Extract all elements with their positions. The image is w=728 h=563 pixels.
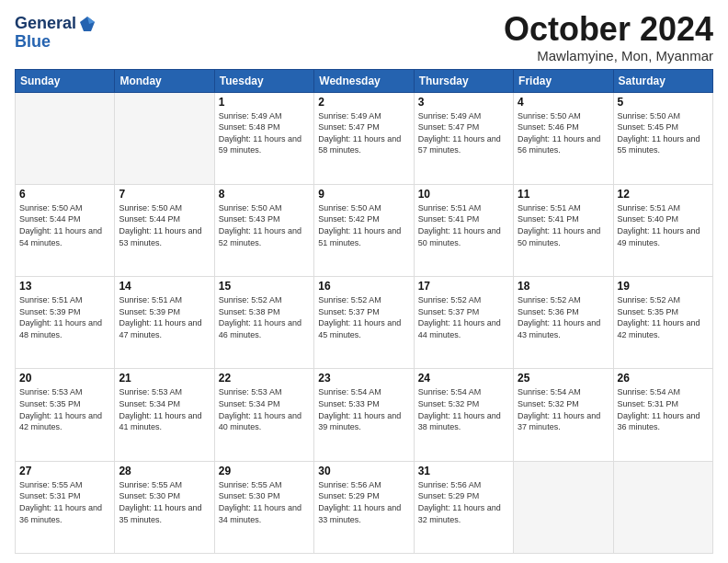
calendar-day-cell: 11Sunrise: 5:51 AMSunset: 5:41 PMDayligh…	[514, 184, 613, 276]
calendar-day-cell: 15Sunrise: 5:52 AMSunset: 5:38 PMDayligh…	[214, 277, 313, 369]
calendar-day-cell: 8Sunrise: 5:50 AMSunset: 5:43 PMDaylight…	[214, 184, 313, 276]
calendar-week-row: 27Sunrise: 5:55 AMSunset: 5:31 PMDayligh…	[16, 461, 713, 553]
day-number: 6	[19, 188, 110, 201]
day-number: 25	[518, 372, 609, 385]
day-info: Sunrise: 5:55 AMSunset: 5:31 PMDaylight:…	[19, 479, 110, 525]
day-number: 7	[119, 188, 210, 201]
day-info: Sunrise: 5:53 AMSunset: 5:34 PMDaylight:…	[219, 386, 310, 432]
day-info: Sunrise: 5:54 AMSunset: 5:31 PMDaylight:…	[618, 386, 709, 432]
day-number: 13	[19, 280, 110, 293]
day-info: Sunrise: 5:52 AMSunset: 5:35 PMDaylight:…	[618, 294, 709, 340]
logo: General Blue	[15, 15, 97, 52]
calendar-day-cell: 21Sunrise: 5:53 AMSunset: 5:34 PMDayligh…	[115, 369, 214, 461]
day-number: 24	[418, 372, 509, 385]
calendar-day-cell: 9Sunrise: 5:50 AMSunset: 5:42 PMDaylight…	[314, 184, 414, 276]
day-info: Sunrise: 5:56 AMSunset: 5:29 PMDaylight:…	[418, 479, 509, 525]
day-info: Sunrise: 5:52 AMSunset: 5:37 PMDaylight:…	[318, 294, 409, 340]
calendar-day-cell: 12Sunrise: 5:51 AMSunset: 5:40 PMDayligh…	[613, 184, 712, 276]
day-info: Sunrise: 5:53 AMSunset: 5:35 PMDaylight:…	[19, 386, 110, 432]
day-info: Sunrise: 5:56 AMSunset: 5:29 PMDaylight:…	[318, 479, 409, 525]
day-number: 23	[318, 372, 409, 385]
day-info: Sunrise: 5:52 AMSunset: 5:38 PMDaylight:…	[219, 294, 310, 340]
day-info: Sunrise: 5:51 AMSunset: 5:41 PMDaylight:…	[418, 202, 509, 248]
day-number: 15	[219, 280, 310, 293]
day-number: 17	[418, 280, 509, 293]
day-number: 14	[119, 280, 210, 293]
calendar-day-cell: 16Sunrise: 5:52 AMSunset: 5:37 PMDayligh…	[314, 277, 414, 369]
weekday-header: Sunday	[16, 69, 115, 92]
day-number: 10	[418, 188, 509, 201]
calendar-day-cell: 7Sunrise: 5:50 AMSunset: 5:44 PMDaylight…	[115, 184, 214, 276]
calendar-day-cell: 17Sunrise: 5:52 AMSunset: 5:37 PMDayligh…	[414, 277, 513, 369]
day-number: 1	[219, 96, 310, 109]
logo-flag-icon	[78, 15, 97, 33]
day-info: Sunrise: 5:55 AMSunset: 5:30 PMDaylight:…	[219, 479, 310, 525]
day-number: 16	[318, 280, 409, 293]
calendar-day-cell: 30Sunrise: 5:56 AMSunset: 5:29 PMDayligh…	[314, 461, 414, 553]
day-info: Sunrise: 5:49 AMSunset: 5:48 PMDaylight:…	[219, 110, 310, 156]
day-number: 20	[19, 372, 110, 385]
day-info: Sunrise: 5:54 AMSunset: 5:32 PMDaylight:…	[518, 386, 609, 432]
day-number: 21	[119, 372, 210, 385]
calendar-day-cell	[514, 461, 613, 553]
logo-blue: Blue	[15, 33, 97, 52]
calendar-day-cell: 14Sunrise: 5:51 AMSunset: 5:39 PMDayligh…	[115, 277, 214, 369]
title-block: October 2024 Mawlamyine, Mon, Myanmar	[504, 11, 713, 63]
day-number: 27	[19, 465, 110, 477]
location: Mawlamyine, Mon, Myanmar	[504, 48, 713, 63]
calendar-day-cell: 26Sunrise: 5:54 AMSunset: 5:31 PMDayligh…	[613, 369, 712, 461]
weekday-header: Friday	[514, 69, 613, 92]
calendar-day-cell: 29Sunrise: 5:55 AMSunset: 5:30 PMDayligh…	[214, 461, 313, 553]
day-number: 30	[318, 465, 409, 477]
day-number: 31	[418, 465, 509, 477]
day-number: 9	[318, 188, 409, 201]
calendar-day-cell: 18Sunrise: 5:52 AMSunset: 5:36 PMDayligh…	[514, 277, 613, 369]
day-number: 3	[418, 96, 509, 109]
header: General Blue October 2024 Mawlamyine, Mo…	[15, 11, 713, 63]
day-info: Sunrise: 5:55 AMSunset: 5:30 PMDaylight:…	[119, 479, 210, 525]
day-number: 18	[518, 280, 609, 293]
calendar-day-cell: 24Sunrise: 5:54 AMSunset: 5:32 PMDayligh…	[414, 369, 513, 461]
day-number: 26	[618, 372, 709, 385]
calendar-day-cell	[16, 92, 115, 184]
day-number: 19	[618, 280, 709, 293]
calendar-day-cell: 6Sunrise: 5:50 AMSunset: 5:44 PMDaylight…	[16, 184, 115, 276]
weekday-header: Tuesday	[214, 69, 313, 92]
day-number: 22	[219, 372, 310, 385]
calendar-day-cell: 20Sunrise: 5:53 AMSunset: 5:35 PMDayligh…	[16, 369, 115, 461]
day-info: Sunrise: 5:51 AMSunset: 5:40 PMDaylight:…	[618, 202, 709, 248]
day-number: 12	[618, 188, 709, 201]
calendar-day-cell: 10Sunrise: 5:51 AMSunset: 5:41 PMDayligh…	[414, 184, 513, 276]
day-info: Sunrise: 5:51 AMSunset: 5:41 PMDaylight:…	[518, 202, 609, 248]
calendar-day-cell: 28Sunrise: 5:55 AMSunset: 5:30 PMDayligh…	[115, 461, 214, 553]
day-info: Sunrise: 5:50 AMSunset: 5:44 PMDaylight:…	[19, 202, 110, 248]
day-info: Sunrise: 5:52 AMSunset: 5:37 PMDaylight:…	[418, 294, 509, 340]
day-number: 11	[518, 188, 609, 201]
calendar-day-cell: 1Sunrise: 5:49 AMSunset: 5:48 PMDaylight…	[214, 92, 313, 184]
day-info: Sunrise: 5:51 AMSunset: 5:39 PMDaylight:…	[19, 294, 110, 340]
calendar-week-row: 1Sunrise: 5:49 AMSunset: 5:48 PMDaylight…	[16, 92, 713, 184]
weekday-header: Monday	[115, 69, 214, 92]
day-info: Sunrise: 5:49 AMSunset: 5:47 PMDaylight:…	[418, 110, 509, 156]
calendar-header-row: SundayMondayTuesdayWednesdayThursdayFrid…	[16, 69, 713, 92]
weekday-header: Saturday	[613, 69, 712, 92]
logo-general: General	[15, 15, 76, 33]
day-info: Sunrise: 5:51 AMSunset: 5:39 PMDaylight:…	[119, 294, 210, 340]
calendar-day-cell: 27Sunrise: 5:55 AMSunset: 5:31 PMDayligh…	[16, 461, 115, 553]
calendar-day-cell: 5Sunrise: 5:50 AMSunset: 5:45 PMDaylight…	[613, 92, 712, 184]
calendar-day-cell: 4Sunrise: 5:50 AMSunset: 5:46 PMDaylight…	[514, 92, 613, 184]
day-info: Sunrise: 5:52 AMSunset: 5:36 PMDaylight:…	[518, 294, 609, 340]
calendar-day-cell: 25Sunrise: 5:54 AMSunset: 5:32 PMDayligh…	[514, 369, 613, 461]
calendar-day-cell: 13Sunrise: 5:51 AMSunset: 5:39 PMDayligh…	[16, 277, 115, 369]
calendar-week-row: 20Sunrise: 5:53 AMSunset: 5:35 PMDayligh…	[16, 369, 713, 461]
weekday-header: Thursday	[414, 69, 513, 92]
day-info: Sunrise: 5:54 AMSunset: 5:33 PMDaylight:…	[318, 386, 409, 432]
calendar-week-row: 6Sunrise: 5:50 AMSunset: 5:44 PMDaylight…	[16, 184, 713, 276]
day-info: Sunrise: 5:50 AMSunset: 5:45 PMDaylight:…	[618, 110, 709, 156]
calendar-day-cell: 3Sunrise: 5:49 AMSunset: 5:47 PMDaylight…	[414, 92, 513, 184]
calendar-day-cell: 2Sunrise: 5:49 AMSunset: 5:47 PMDaylight…	[314, 92, 414, 184]
calendar-day-cell: 23Sunrise: 5:54 AMSunset: 5:33 PMDayligh…	[314, 369, 414, 461]
calendar-day-cell: 31Sunrise: 5:56 AMSunset: 5:29 PMDayligh…	[414, 461, 513, 553]
day-number: 4	[518, 96, 609, 109]
day-info: Sunrise: 5:54 AMSunset: 5:32 PMDaylight:…	[418, 386, 509, 432]
